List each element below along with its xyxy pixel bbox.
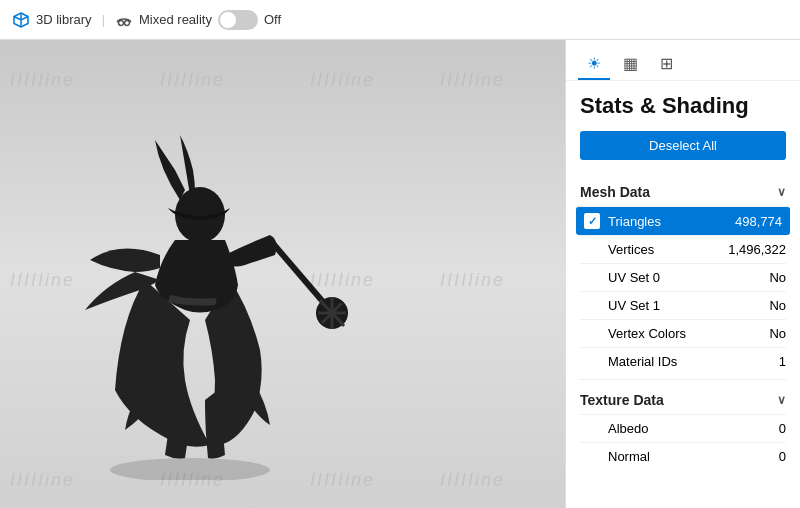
mesh-data-label: Mesh Data [580, 184, 650, 200]
row-uv1: UV Set 1 No [580, 291, 786, 319]
row-vertices: Vertices 1,496,322 [580, 235, 786, 263]
mixed-reality-label[interactable]: Mixed reality [139, 12, 212, 27]
triangles-value: 498,774 [735, 214, 782, 229]
texture-data-label: Texture Data [580, 392, 664, 408]
row-vertex-colors: Vertex Colors No [580, 319, 786, 347]
material-ids-label: Material IDs [584, 354, 779, 369]
toggle-label: Off [264, 12, 281, 27]
deselect-all-button[interactable]: Deselect All [580, 131, 786, 160]
top-bar: 3D library | Mixed reality Off [0, 0, 800, 40]
vertices-value: 1,496,322 [728, 242, 786, 257]
panel-content: Stats & Shading Deselect All Mesh Data ∨… [566, 81, 800, 508]
uv0-label: UV Set 0 [584, 270, 769, 285]
triangles-checkbox[interactable] [584, 213, 600, 229]
row-triangles[interactable]: Triangles 498,774 [576, 206, 790, 235]
library-section: 3D library | Mixed reality Off [12, 10, 281, 30]
normal-label: Normal [584, 449, 779, 464]
albedo-label: Albedo [584, 421, 779, 436]
texture-data-header[interactable]: Texture Data ∨ [580, 384, 786, 414]
mesh-data-header[interactable]: Mesh Data ∨ [580, 176, 786, 206]
main-content: IIIIIine IIIIIine IIIIIine IIIIIine IIII… [0, 40, 800, 508]
uv1-value: No [769, 298, 786, 313]
right-panel: ☀ ▦ ⊞ Stats & Shading Deselect All Mesh … [565, 40, 800, 508]
figure-svg [60, 100, 360, 480]
tab-grid2[interactable]: ⊞ [650, 48, 682, 80]
watermark: IIIIIine [160, 70, 225, 91]
uv1-label: UV Set 1 [584, 298, 769, 313]
vertex-colors-value: No [769, 326, 786, 341]
watermark: IIIIIine [440, 270, 505, 291]
triangles-label: Triangles [608, 214, 735, 229]
albedo-value: 0 [779, 421, 786, 436]
uv0-value: No [769, 270, 786, 285]
svg-point-1 [125, 20, 130, 25]
section-divider-1 [580, 379, 786, 380]
watermark: IIIIIine [440, 70, 505, 91]
row-normal: Normal 0 [580, 442, 786, 470]
mixed-reality-icon [115, 11, 133, 29]
toggle-container[interactable]: Off [218, 10, 281, 30]
texture-data-chevron: ∨ [777, 393, 786, 407]
3d-figure [60, 100, 360, 480]
vertices-label: Vertices [584, 242, 728, 257]
row-albedo: Albedo 0 [580, 414, 786, 442]
viewport[interactable]: IIIIIine IIIIIine IIIIIine IIIIIine IIII… [0, 40, 565, 508]
svg-point-0 [119, 20, 124, 25]
tab-sun[interactable]: ☀ [578, 48, 610, 80]
svg-point-2 [110, 458, 270, 480]
material-ids-value: 1 [779, 354, 786, 369]
cube-icon [12, 11, 30, 29]
divider-bar: | [102, 12, 105, 27]
row-uv0: UV Set 0 No [580, 263, 786, 291]
panel-tabs: ☀ ▦ ⊞ [566, 40, 800, 81]
panel-title: Stats & Shading [580, 93, 786, 119]
vertex-colors-label: Vertex Colors [584, 326, 769, 341]
watermark: IIIIIine [440, 470, 505, 491]
watermark: IIIIIine [10, 70, 75, 91]
row-material-ids: Material IDs 1 [580, 347, 786, 375]
toggle-switch[interactable] [218, 10, 258, 30]
tab-grid[interactable]: ▦ [614, 48, 646, 80]
library-label[interactable]: 3D library [36, 12, 92, 27]
mesh-data-chevron: ∨ [777, 185, 786, 199]
watermark: IIIIIine [310, 70, 375, 91]
normal-value: 0 [779, 449, 786, 464]
